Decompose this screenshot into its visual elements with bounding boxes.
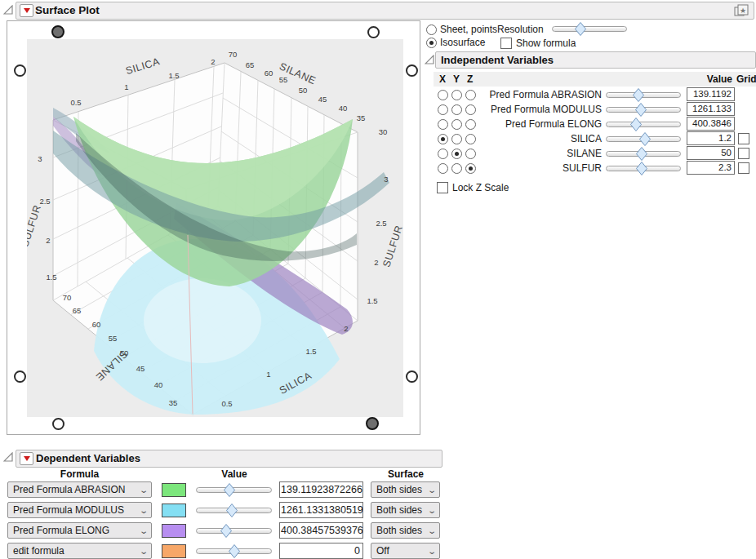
- surface-dropdown-value: Off: [376, 545, 389, 557]
- y-radio[interactable]: [451, 163, 462, 174]
- formula-dropdown[interactable]: edit formula⌄: [7, 543, 152, 559]
- sulfur-axis-label-left: SULFUR: [27, 203, 43, 248]
- z-radio[interactable]: [465, 104, 476, 115]
- value-slider[interactable]: [606, 118, 681, 131]
- rotation-handle[interactable]: [52, 418, 64, 430]
- value-slider[interactable]: [606, 103, 681, 117]
- surface-plot-title-band: [16, 2, 754, 20]
- x-radio[interactable]: [438, 134, 448, 144]
- iso-value-slider[interactable]: [196, 504, 272, 517]
- grid-checkbox[interactable]: [738, 133, 749, 144]
- rotation-handle[interactable]: [406, 64, 418, 77]
- value-field[interactable]: 50: [687, 146, 735, 160]
- independent-table-header: X Y Z Value Grid: [434, 72, 756, 87]
- silica-bottom-tick: 1: [266, 370, 270, 379]
- outline-disclosure-icon[interactable]: [3, 5, 14, 16]
- x-radio[interactable]: [438, 119, 448, 130]
- sulfur-right-tick: 1.5: [367, 296, 377, 305]
- isosurface-label: Isosurface: [440, 37, 485, 48]
- formula-dropdown[interactable]: Pred Formula MODULUS⌄: [7, 502, 152, 518]
- value-field[interactable]: 2.3: [687, 161, 735, 175]
- z-radio[interactable]: [465, 163, 476, 174]
- journal-window-icon[interactable]: ★: [733, 3, 749, 20]
- y-radio[interactable]: [451, 104, 462, 115]
- chevron-down-icon: ⌄: [427, 506, 437, 515]
- value-field[interactable]: 1261.133: [687, 102, 735, 116]
- silica-axis-label-top: SILICA: [124, 55, 161, 77]
- col-value-header: Value: [678, 73, 732, 85]
- formula-dropdown-value: Pred Formula ELONG: [13, 525, 109, 536]
- rotation-handle[interactable]: [14, 370, 26, 383]
- z-radio[interactable]: [465, 119, 476, 130]
- formula-dropdown-value: edit formula: [13, 545, 64, 557]
- show-formula-checkbox[interactable]: [500, 38, 512, 49]
- silane-top-tick: 65: [246, 60, 255, 69]
- y-radio[interactable]: [451, 149, 462, 159]
- independent-row: Pred Formula MODULUS 1261.133: [0, 102, 756, 117]
- x-radio[interactable]: [438, 104, 448, 115]
- sheet-points-radio[interactable]: [426, 24, 437, 35]
- red-triangle-menu-button[interactable]: [20, 452, 33, 465]
- x-radio[interactable]: [438, 90, 448, 100]
- formula-dropdown[interactable]: Pred Formula ABRASION⌄: [7, 481, 152, 498]
- value-slider[interactable]: [606, 162, 681, 175]
- outline-disclosure-icon[interactable]: [3, 452, 14, 463]
- sulfur-axis-label-right: SULFUR: [380, 224, 403, 268]
- surface-dropdown[interactable]: Both sides⌄: [371, 522, 440, 539]
- y-radio[interactable]: [451, 119, 462, 130]
- z-radio[interactable]: [465, 90, 476, 100]
- lock-z-scale-checkbox[interactable]: [437, 182, 448, 193]
- variable-label: Pred Formula ABRASION: [483, 89, 602, 100]
- x-radio[interactable]: [438, 149, 448, 159]
- y-radio[interactable]: [451, 134, 462, 144]
- iso-value-field[interactable]: 400.38457539376: [279, 522, 363, 539]
- chevron-down-icon: ⌄: [427, 486, 437, 495]
- surface-dropdown[interactable]: Both sides⌄: [371, 502, 440, 518]
- iso-value-slider[interactable]: [196, 524, 272, 538]
- formula-dropdown[interactable]: Pred Formula ELONG⌄: [7, 522, 152, 539]
- independent-variables-title: Independent Variables: [441, 54, 554, 66]
- value-field[interactable]: 400.3846: [687, 117, 735, 131]
- grid-checkbox[interactable]: [738, 148, 749, 159]
- iso-value-slider[interactable]: [196, 544, 272, 558]
- modulus-surface-highlight: [144, 278, 261, 363]
- value-field[interactable]: 139.1192: [687, 87, 735, 101]
- surface-color-swatch[interactable]: [162, 544, 186, 558]
- variable-label: Pred Formula MODULUS: [483, 104, 602, 115]
- grid-checkbox[interactable]: [738, 162, 749, 174]
- resolution-slider[interactable]: [552, 22, 627, 36]
- surface-color-swatch[interactable]: [162, 504, 186, 517]
- independent-row: Pred Formula ABRASION 139.1192: [0, 87, 756, 102]
- value-field[interactable]: 1.2: [687, 131, 735, 145]
- silane-bottom-tick: 70: [63, 293, 72, 302]
- value-slider[interactable]: [606, 88, 681, 102]
- iso-value-slider[interactable]: [196, 483, 272, 497]
- x-radio[interactable]: [438, 163, 448, 174]
- surface-dropdown[interactable]: Off⌄: [371, 543, 440, 559]
- sulfur-right-tick: 2.5: [376, 219, 386, 228]
- outline-disclosure-icon[interactable]: [425, 55, 435, 65]
- surface-color-swatch[interactable]: [162, 483, 186, 497]
- iso-value-field[interactable]: 1261.1331380519: [279, 502, 363, 518]
- variable-label: SILICA: [483, 133, 602, 144]
- value-slider[interactable]: [606, 132, 681, 146]
- lock-z-scale-label: Lock Z Scale: [452, 182, 509, 193]
- iso-value-field[interactable]: 139.11923872266: [279, 481, 363, 498]
- silica-bottom-tick: 0.5: [221, 399, 232, 408]
- rotation-handle[interactable]: [406, 370, 418, 383]
- surface-color-swatch[interactable]: [162, 524, 186, 538]
- z-radio[interactable]: [465, 134, 476, 144]
- value-slider[interactable]: [606, 147, 681, 161]
- rotation-handle[interactable]: [14, 64, 26, 77]
- resolution-label: Resolution: [497, 24, 544, 35]
- z-radio[interactable]: [465, 149, 476, 159]
- iso-value-field[interactable]: 0: [279, 543, 363, 559]
- col-grid-header: Grid: [736, 73, 756, 85]
- y-radio[interactable]: [451, 90, 462, 100]
- rotation-handle[interactable]: [51, 25, 64, 38]
- surface-dropdown[interactable]: Both sides⌄: [371, 481, 440, 498]
- red-triangle-menu-button[interactable]: [20, 4, 33, 17]
- rotation-handle[interactable]: [366, 417, 379, 430]
- rotation-handle[interactable]: [367, 26, 380, 38]
- isosurface-radio[interactable]: [426, 38, 437, 48]
